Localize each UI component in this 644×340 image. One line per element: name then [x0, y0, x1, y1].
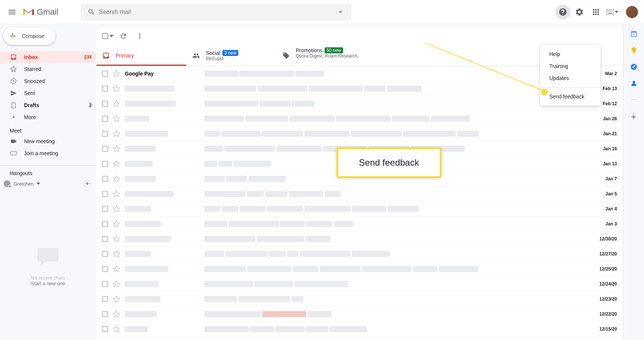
sidebar-item-more[interactable]: More	[0, 111, 96, 123]
more-button[interactable]	[133, 29, 147, 43]
contacts-icon[interactable]	[630, 80, 638, 87]
row-checkbox[interactable]	[102, 146, 108, 152]
email-row[interactable]: 12/30/20	[96, 231, 623, 246]
star-button[interactable]	[113, 280, 120, 288]
tasks-icon[interactable]	[630, 63, 638, 71]
star-button[interactable]	[113, 70, 120, 77]
email-row[interactable]: Jan 4	[96, 201, 623, 216]
sidebar-item-label: Drafts	[24, 102, 39, 108]
email-row[interactable]: Jan 3	[96, 216, 623, 231]
email-row[interactable]: 12/23/20	[96, 292, 623, 307]
menu-item-training[interactable]: Training	[540, 60, 600, 72]
email-sender	[125, 251, 200, 257]
email-row[interactable]: Jan 26	[96, 111, 623, 126]
menu-item-send-feedback[interactable]: Send feedback	[540, 91, 600, 103]
row-checkbox[interactable]	[102, 221, 108, 227]
star-button[interactable]	[113, 145, 120, 153]
sidebar-item-snoozed[interactable]: Snoozed	[0, 75, 96, 87]
email-row[interactable]: 12/27/20	[96, 246, 623, 261]
row-checkbox[interactable]	[102, 326, 108, 332]
compose-button[interactable]: Compose	[3, 27, 56, 45]
star-button[interactable]	[113, 115, 120, 122]
row-checkbox[interactable]	[102, 161, 108, 167]
row-checkbox[interactable]	[102, 191, 108, 197]
row-checkbox[interactable]	[102, 311, 108, 317]
input-tools-button[interactable]	[605, 8, 620, 16]
hangouts-user-row[interactable]: Gretchen +	[0, 176, 96, 191]
star-button[interactable]	[113, 265, 120, 273]
star-button[interactable]	[113, 190, 120, 198]
tag-icon	[283, 52, 290, 59]
star-button[interactable]	[113, 205, 120, 213]
row-checkbox[interactable]	[102, 86, 108, 92]
email-row[interactable]: 12/22/20	[96, 307, 623, 322]
select-all-checkbox[interactable]	[102, 33, 113, 39]
email-list[interactable]: Google PayMar 2Feb 13Feb 12Jan 26Jan 21J…	[96, 66, 623, 340]
gmail-logo[interactable]: Gmail	[23, 7, 58, 17]
support-button[interactable]	[555, 5, 570, 20]
hamburger-icon	[8, 8, 17, 17]
row-checkbox[interactable]	[102, 236, 108, 242]
keep-icon[interactable]	[630, 47, 638, 54]
sidebar-item-inbox[interactable]: Inbox 234	[0, 51, 96, 63]
email-row[interactable]: Jan 21	[96, 126, 623, 141]
svg-rect-1	[608, 11, 608, 11]
email-subject	[204, 101, 598, 107]
email-row[interactable]: 12/25/20	[96, 261, 623, 277]
calendar-icon[interactable]: 31	[630, 30, 638, 38]
row-checkbox[interactable]	[102, 266, 108, 272]
star-button[interactable]	[113, 235, 120, 243]
email-row[interactable]: Jan 5	[96, 186, 623, 201]
star-button[interactable]	[113, 295, 120, 303]
refresh-button[interactable]	[116, 29, 130, 43]
sidebar-item-label: Inbox	[24, 54, 38, 60]
email-subject	[204, 266, 595, 272]
row-checkbox[interactable]	[102, 281, 108, 287]
row-checkbox[interactable]	[102, 206, 108, 212]
star-button[interactable]	[113, 325, 120, 333]
star-button[interactable]	[113, 220, 120, 228]
row-checkbox[interactable]	[102, 176, 108, 182]
apps-button[interactable]	[588, 5, 603, 20]
join-meeting-button[interactable]: Join a meeting	[0, 147, 96, 159]
menu-item-help[interactable]: Help	[540, 48, 600, 60]
email-date: 12/23/20	[599, 296, 617, 302]
star-button[interactable]	[113, 310, 120, 318]
meet-item-label: Join a meeting	[24, 150, 58, 156]
search-box[interactable]	[81, 3, 351, 21]
row-checkbox[interactable]	[102, 296, 108, 302]
email-row[interactable]: 12/24/20	[96, 277, 623, 292]
search-input[interactable]	[99, 9, 333, 15]
star-button[interactable]	[113, 100, 120, 107]
tab-promotions[interactable]: Promotions 50 new Quora Digest, Roam Res…	[277, 45, 367, 66]
sidebar-item-starred[interactable]: Starred	[0, 63, 96, 75]
email-row[interactable]: 12/15/20	[96, 322, 623, 337]
row-checkbox[interactable]	[102, 251, 108, 257]
row-checkbox[interactable]	[102, 131, 108, 137]
tab-social[interactable]: Social 3 new OkCupid	[186, 45, 277, 66]
star-button[interactable]	[113, 85, 120, 92]
sidebar-item-drafts[interactable]: Drafts 2	[0, 99, 96, 111]
email-subject	[204, 191, 601, 197]
settings-button[interactable]	[572, 5, 587, 20]
menu-item-updates[interactable]: Updates	[540, 72, 600, 84]
chevron-down-icon	[615, 11, 618, 13]
star-button[interactable]	[113, 175, 120, 183]
main-menu-button[interactable]	[3, 3, 21, 21]
star-button[interactable]	[113, 130, 120, 138]
gmail-m-icon	[23, 8, 35, 17]
tab-primary[interactable]: Primary	[96, 45, 186, 66]
search-options-button[interactable]	[333, 5, 348, 20]
new-meeting-button[interactable]: New meeting	[0, 135, 96, 147]
add-chat-button[interactable]: +	[83, 179, 92, 188]
star-button[interactable]	[113, 160, 120, 168]
sidebar-item-sent[interactable]: Sent	[0, 87, 96, 99]
account-avatar[interactable]	[626, 6, 638, 18]
search-button[interactable]	[84, 5, 99, 20]
star-button[interactable]	[113, 250, 120, 258]
row-checkbox[interactable]	[102, 101, 108, 107]
row-checkbox[interactable]	[102, 71, 108, 77]
row-checkbox[interactable]	[102, 116, 108, 122]
add-addon-button[interactable]: +	[631, 112, 636, 122]
start-chat-link[interactable]: Start a new one	[31, 281, 65, 286]
